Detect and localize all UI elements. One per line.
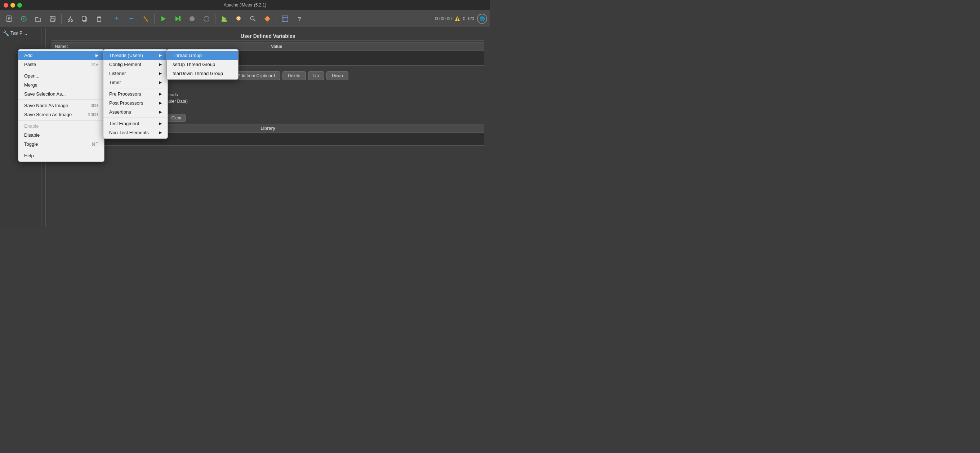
toolbar-time-section: 00:00:00 ⚠️ 0 0/0 🌐 [435, 14, 487, 24]
menu-item-help[interactable]: Help [18, 151, 104, 160]
remote-start-button[interactable] [218, 12, 231, 25]
submenu2-assertions-label: Assertions [109, 109, 131, 115]
svg-rect-11 [51, 16, 54, 18]
open-button[interactable] [32, 12, 45, 25]
remote-stop-button[interactable] [232, 12, 245, 25]
tree-item-label: Test Pl... [10, 31, 27, 36]
add-from-clipboard-button[interactable]: Add from Clipboard [232, 72, 280, 80]
menu-item-toggle[interactable]: Toggle ⌘T [18, 140, 104, 148]
submenu3-setup-label: setUp Thread Group [173, 62, 215, 67]
svg-rect-20 [97, 17, 101, 22]
submenu2-item-post[interactable]: Post Processors ▶ [103, 99, 167, 107]
close-button[interactable] [3, 3, 8, 8]
submenu-thread-group: Thread Group setUp Thread Group tearDown… [167, 49, 239, 80]
submenu2-item-timer[interactable]: Timer ▶ [103, 78, 167, 87]
function-helper-button[interactable] [278, 12, 291, 25]
cut-button[interactable] [64, 12, 77, 25]
clear-all-button[interactable] [261, 12, 274, 25]
shutdown-button[interactable] [200, 12, 213, 25]
divider-2 [108, 14, 108, 24]
elapsed-time: 00:00:00 [435, 16, 452, 21]
svg-point-27 [204, 16, 209, 21]
paste-button[interactable] [92, 12, 105, 25]
new-button[interactable] [3, 12, 16, 25]
submenu2-item-threads[interactable]: Threads (Users) ▶ [103, 51, 167, 60]
start-button[interactable] [157, 12, 170, 25]
copy-button[interactable] [78, 12, 91, 25]
menu-item-merge-label: Merge [24, 82, 37, 88]
separator-2 [18, 99, 104, 100]
submenu2-fragment-label: Test Fragment [109, 121, 139, 126]
down-button[interactable]: Down [326, 72, 348, 80]
threads-arrow: ▶ [159, 53, 162, 58]
start-no-pauses-button[interactable] [171, 12, 184, 25]
maximize-button[interactable] [17, 3, 22, 8]
submenu2-item-config[interactable]: Config Element ▶ [103, 60, 167, 69]
menu-item-save-screen[interactable]: Save Screen As Image ⇧⌘G [18, 110, 104, 119]
paste-shortcut: ⌘V [91, 62, 99, 67]
menu-item-merge[interactable]: Merge [18, 80, 104, 89]
menu-item-save-node[interactable]: Save Node As Image ⌘G [18, 101, 104, 110]
title-bar: Apache JMeter (5.2.1) [0, 0, 490, 10]
submenu2-listener-label: Listener [109, 71, 126, 76]
menu-item-add[interactable]: Add ▶ [18, 51, 104, 60]
expand-button[interactable]: + [110, 12, 123, 25]
svg-point-14 [71, 19, 73, 21]
svg-marker-24 [175, 16, 179, 21]
menu-item-save-selection[interactable]: Save Selection As... [18, 89, 104, 99]
svg-line-16 [70, 17, 72, 20]
svg-rect-21 [98, 16, 100, 18]
submenu2-item-listener[interactable]: Listener ▶ [103, 69, 167, 78]
submenu3-item-teardown[interactable]: tearDown Thread Group [167, 69, 238, 78]
menu-item-disable[interactable]: Disable [18, 131, 104, 140]
submenu2-timer-label: Timer [109, 80, 121, 85]
templates-button[interactable] [17, 12, 30, 25]
post-arrow: ▶ [159, 100, 162, 105]
stop-button[interactable] [186, 12, 199, 25]
svg-point-33 [251, 16, 255, 20]
toggle-shortcut: ⌘T [92, 142, 99, 147]
menu-item-paste[interactable]: Paste ⌘V [18, 60, 104, 69]
assertions-arrow: ▶ [159, 110, 162, 114]
warning-icon: ⚠️ [455, 16, 460, 21]
up-button[interactable]: Up [308, 72, 324, 80]
submenu2-item-fragment[interactable]: Test Fragment ▶ [103, 119, 167, 128]
nontest-arrow: ▶ [159, 130, 162, 135]
submenu3-item-thread-group[interactable]: Thread Group [167, 51, 238, 60]
delete-button[interactable]: Delete [282, 72, 306, 80]
globe-icon: 🌐 [477, 14, 487, 24]
collapse-button[interactable]: − [125, 12, 138, 25]
submenu3-item-setup[interactable]: setUp Thread Group [167, 60, 238, 69]
submenu3-teardown-label: tearDown Thread Group [173, 71, 223, 76]
warning-count: 0 [463, 16, 466, 21]
help-button[interactable]: ? [293, 12, 306, 25]
broom-button[interactable] [139, 12, 152, 25]
submenu2-item-pre[interactable]: Pre Processors ▶ [103, 89, 167, 99]
submenu2-item-assertions[interactable]: Assertions ▶ [103, 107, 167, 116]
left-panel: 🔧 Test Pl... Add ▶ Paste ⌘V Open... Me [0, 27, 41, 226]
search-button[interactable] [247, 12, 259, 25]
menu-item-open[interactable]: Open... [18, 72, 104, 80]
svg-rect-29 [221, 20, 227, 22]
divider-1 [61, 14, 62, 24]
tree-item-test-plan[interactable]: 🔧 Test Pl... [0, 29, 41, 38]
minimize-button[interactable] [10, 3, 15, 8]
menu-item-help-label: Help [24, 153, 34, 158]
svg-marker-23 [161, 16, 166, 21]
col-value: Value [268, 43, 484, 51]
svg-rect-12 [51, 19, 54, 21]
save-button[interactable] [46, 12, 59, 25]
menu-item-toggle-label: Toggle [24, 141, 38, 147]
menu-item-save-node-label: Save Node As Image [24, 103, 68, 108]
menu-item-enable-label: Enable [24, 123, 38, 129]
save-node-shortcut: ⌘G [91, 103, 99, 108]
separator-1 [18, 70, 104, 70]
clear-button[interactable]: Clear [167, 114, 186, 122]
menu-item-disable-label: Disable [24, 132, 40, 138]
submenu2-item-nontest[interactable]: Non-Test Elements ▶ [103, 128, 167, 137]
submenu-threads: Threads (Users) ▶ Config Element ▶ Liste… [103, 49, 168, 139]
submenu2-pre-label: Pre Processors [109, 91, 141, 97]
main-area: 🔧 Test Pl... Add ▶ Paste ⌘V Open... Me [0, 27, 490, 226]
svg-marker-25 [179, 16, 180, 21]
arrow-icon: ▶ [95, 53, 99, 58]
